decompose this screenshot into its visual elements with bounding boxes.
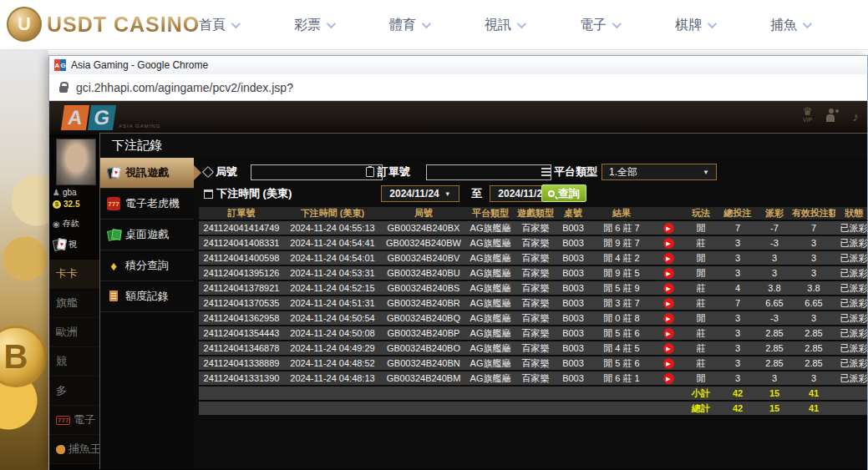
lobby-hall-label: 多 xyxy=(56,383,67,398)
vip-crown-icon[interactable]: ♛VIP xyxy=(803,108,813,124)
payout-cell: 2.85 xyxy=(757,341,792,355)
play-video-button[interactable]: ▶ xyxy=(663,358,674,369)
chevron-down-icon xyxy=(517,19,526,28)
lobby-hall-6[interactable]: 捕魚王 xyxy=(49,435,101,464)
result-cell: 閒 4 莊 5 xyxy=(590,341,653,355)
payout-cell: -7 xyxy=(757,221,792,235)
site-logo-text: USDT CASINO xyxy=(47,13,200,37)
site-nav: U USDT CASINO 首頁彩票體育視訊電子棋牌捕魚 xyxy=(0,0,868,50)
table-row: 2411240414083312024-11-24 04:54:41GB0032… xyxy=(199,236,867,250)
total-bet-cell: 7 xyxy=(718,221,757,235)
nav-item-1[interactable]: 彩票 xyxy=(294,17,333,34)
points-query-icon: ♦ xyxy=(107,259,120,272)
chevron-down-icon xyxy=(803,19,812,28)
menu-item-label: 額度記錄 xyxy=(125,289,169,304)
total-bet-cell: 3 xyxy=(718,341,757,355)
site-nav-items: 首頁彩票體育視訊電子棋牌捕魚 xyxy=(199,0,810,50)
game-no-input[interactable] xyxy=(251,164,383,180)
status-cell: 已派彩 xyxy=(835,251,867,265)
nav-item-3[interactable]: 視訊 xyxy=(485,17,524,34)
menu-item-0[interactable]: 視訊遊戲 xyxy=(100,158,194,189)
sum-value xyxy=(653,402,683,415)
order-no-input[interactable] xyxy=(426,164,551,180)
play-video-button[interactable]: ▶ xyxy=(663,283,674,294)
lobby-hall-5[interactable]: 777電子 xyxy=(49,406,101,435)
lobby-hall-2[interactable]: 歐洲 xyxy=(49,318,101,347)
play-video-button[interactable]: ▶ xyxy=(663,223,674,234)
video-games-row[interactable]: 視 xyxy=(53,238,77,251)
lobby-hall-4[interactable]: 多 xyxy=(49,377,101,406)
play-video-button[interactable]: ▶ xyxy=(663,253,674,264)
game-no-cell: GB00324B240BS xyxy=(381,281,466,295)
total-bet-cell: 7 xyxy=(718,296,757,310)
ag-logo[interactable]: A G ASIA GAMING xyxy=(63,105,160,130)
search-button[interactable]: 查詢 xyxy=(541,184,586,202)
lobby-hall-1[interactable]: 旗艦 xyxy=(49,289,101,318)
music-icon[interactable]: ♪ xyxy=(853,109,860,124)
play-video-button[interactable]: ▶ xyxy=(663,343,674,354)
sum-value: 15 xyxy=(757,387,792,400)
menu-item-2[interactable]: 桌面遊戲 xyxy=(100,220,194,250)
menu-item-4[interactable]: 額度記錄 xyxy=(100,281,194,312)
window-titlebar[interactable]: AG Asia Gaming - Google Chrome xyxy=(49,56,867,74)
usdt-casino-logo-icon: U xyxy=(7,7,42,42)
chevron-down-icon xyxy=(327,19,336,28)
platform-cell: AG旗艦廳 xyxy=(466,236,515,250)
column-header xyxy=(653,207,683,220)
sum-value xyxy=(556,402,590,415)
customer-service-icon[interactable] xyxy=(826,110,840,122)
lobby-hall-0[interactable]: 卡卡 xyxy=(49,260,101,289)
sum-value xyxy=(284,387,381,400)
play-video-button[interactable]: ▶ xyxy=(663,313,674,324)
nav-item-5[interactable]: 棋牌 xyxy=(675,17,714,34)
order-no-cell: 241124041338889 xyxy=(199,356,284,370)
nav-item-label: 棋牌 xyxy=(675,17,702,34)
menu-item-1[interactable]: 777電子老虎機 xyxy=(100,189,194,220)
status-cell: 已派彩 xyxy=(835,341,867,355)
chevron-down-icon xyxy=(231,19,241,28)
play-video-button[interactable]: ▶ xyxy=(663,238,674,249)
date-from-picker[interactable]: 2024/11/24▼ xyxy=(381,185,459,202)
nav-item-6[interactable]: 捕魚 xyxy=(770,17,810,34)
nav-item-2[interactable]: 體育 xyxy=(389,17,429,34)
site-logo[interactable]: U USDT CASINO xyxy=(7,7,200,42)
sum-value xyxy=(835,387,867,400)
play-video-button[interactable]: ▶ xyxy=(663,298,674,309)
query-form: 局號 訂單號 平台類型 1.全部▼ xyxy=(199,162,862,205)
wager-type-cell: 閒 xyxy=(683,251,718,265)
game-type-cell: 百家樂 xyxy=(515,371,556,385)
play-video-button[interactable]: ▶ xyxy=(663,373,674,384)
balance-value: 32.5 xyxy=(63,200,79,209)
sum-value: 41 xyxy=(792,402,835,415)
status-cell: 已派彩 xyxy=(835,236,867,250)
game-no-cell: GB00324B240BU xyxy=(381,266,466,280)
table-no-cell: B003 xyxy=(556,296,590,310)
game-type-cell: 百家樂 xyxy=(515,326,556,340)
address-bar[interactable]: gci.2hhapi.com/agingame/pcv2/index.jsp? xyxy=(49,74,867,101)
platform-type-select[interactable]: 1.全部▼ xyxy=(602,164,717,180)
chevron-down-icon xyxy=(708,19,717,28)
payout-cell: 3.8 xyxy=(757,281,792,295)
play-video-button[interactable]: ▶ xyxy=(663,268,674,279)
slot-machine-icon: 777 xyxy=(107,197,120,210)
replay-cell: ▶ xyxy=(653,296,683,310)
bet-time-cell: 2024-11-24 04:48:13 xyxy=(284,371,381,385)
bet-time-cell: 2024-11-24 04:48:52 xyxy=(284,356,381,370)
wager-type-cell: 閒 xyxy=(683,221,718,235)
deposit-button[interactable]: ◉ 存款 xyxy=(53,218,79,230)
bitcoin-coin-graphic: B xyxy=(0,326,47,387)
replay-cell: ▶ xyxy=(653,311,683,325)
column-header: 狀態 xyxy=(835,207,867,220)
valid-bet-cell: 3 xyxy=(792,266,835,280)
nav-item-4[interactable]: 電子 xyxy=(580,17,619,34)
payout-cell: 3 xyxy=(757,371,792,385)
payout-cell: 3 xyxy=(757,266,792,280)
menu-item-3[interactable]: ♦積分查詢 xyxy=(100,250,194,281)
sum-value xyxy=(590,387,653,400)
bet-time-cell: 2024-11-24 04:54:41 xyxy=(284,236,381,250)
nav-item-0[interactable]: 首頁 xyxy=(199,17,238,34)
lobby-hall-3[interactable]: 競 xyxy=(49,347,101,377)
column-header: 訂單號 xyxy=(199,207,284,220)
column-header: 結果 xyxy=(590,207,653,220)
play-video-button[interactable]: ▶ xyxy=(663,328,674,339)
